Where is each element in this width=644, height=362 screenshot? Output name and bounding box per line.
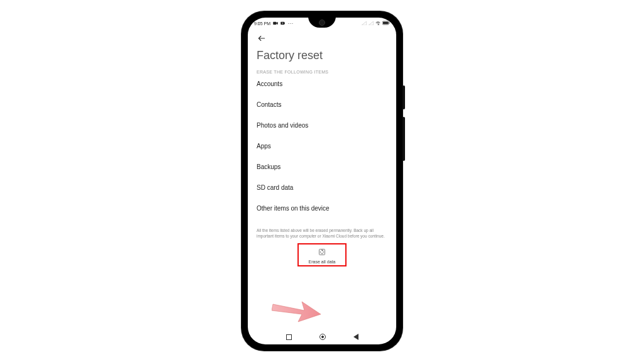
battery-icon — [382, 21, 390, 26]
video-icon — [273, 21, 278, 26]
wifi-icon — [375, 21, 380, 26]
svg-rect-0 — [273, 21, 276, 25]
screen: 9:05 PM ··· — [248, 18, 396, 344]
android-nav-bar — [248, 329, 396, 344]
list-item: Photos and videos — [257, 122, 387, 129]
erase-button-label: Erase all data — [309, 260, 336, 264]
svg-rect-2 — [284, 22, 285, 23]
list-item: SD card data — [257, 184, 387, 191]
back-icon[interactable] — [257, 34, 267, 43]
page-title: Factory reset — [257, 49, 387, 62]
phone-side-button — [402, 85, 405, 109]
recents-button[interactable] — [286, 334, 292, 340]
reset-icon — [318, 247, 326, 258]
list-item: Accounts — [257, 80, 387, 87]
more-icon: ··· — [288, 21, 294, 26]
footer-note: All the items listed above will be erase… — [257, 228, 387, 239]
section-subheader: ERASE THE FOLLOWING ITEMS — [257, 70, 387, 74]
list-item: Apps — [257, 143, 387, 150]
list-item: Contacts — [257, 101, 387, 108]
battery-saver-icon — [280, 21, 286, 26]
home-button[interactable] — [319, 334, 326, 340]
callout-arrow-icon — [272, 297, 322, 323]
erase-items-list: Accounts Contacts Photos and videos Apps… — [257, 80, 387, 212]
signal-icon — [369, 21, 374, 26]
phone-mockup: 9:05 PM ··· — [242, 11, 402, 351]
status-time: 9:05 PM — [254, 21, 270, 26]
svg-rect-5 — [383, 22, 389, 24]
erase-all-data-button[interactable]: Erase all data — [297, 243, 347, 266]
list-item: Backups — [257, 163, 387, 170]
back-button[interactable] — [353, 334, 358, 340]
phone-side-button — [402, 117, 405, 161]
svg-rect-4 — [389, 22, 389, 24]
signal-icon — [362, 21, 367, 26]
list-item: Other items on this device — [257, 205, 387, 212]
